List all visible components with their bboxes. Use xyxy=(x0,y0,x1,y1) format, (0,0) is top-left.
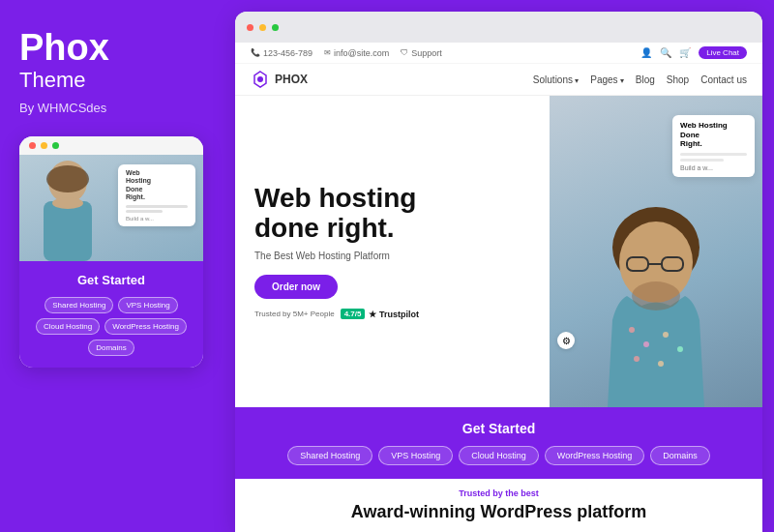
hero-title-line2: done right. xyxy=(254,213,395,243)
bottom-section: Trusted by the best Award-winning WordPr… xyxy=(235,479,762,532)
gs-tag-domains[interactable]: Domains xyxy=(650,446,710,465)
hero-left: Web hosting done right. The Best Web Hos… xyxy=(235,96,550,407)
site-topbar: 📞 123-456-789 ✉ info@site.com 🛡 Support … xyxy=(235,43,762,64)
phone-item: 📞 123-456-789 xyxy=(251,48,313,58)
mockup-card-title: WebHostingDoneRight. xyxy=(126,169,188,202)
tag-domains[interactable]: Domains xyxy=(88,340,134,356)
nav-links: Solutions Pages Blog Shop Contact us xyxy=(533,74,747,85)
person-icon: 👤 xyxy=(640,47,652,58)
dot-red xyxy=(29,142,36,149)
site-nav: PHOX Solutions Pages Blog Shop Contact u… xyxy=(235,64,762,96)
tp-logo: ★ Trustpilot xyxy=(369,310,419,319)
nav-solutions[interactable]: Solutions xyxy=(533,74,579,85)
hero-subtitle: The Best Web Hosting Platform xyxy=(254,251,530,261)
shield-icon: 🛡 xyxy=(401,48,408,57)
mockup-tags-container: Shared Hosting VPS Hosting Cloud Hosting… xyxy=(33,297,190,356)
order-now-button[interactable]: Order now xyxy=(254,275,338,299)
hero-card-overlay: Web HostingDoneRight. Build a w... xyxy=(672,115,755,177)
svg-point-14 xyxy=(677,346,683,352)
phox-logo-icon xyxy=(251,70,270,89)
svg-point-3 xyxy=(52,197,83,209)
site-hero: Web hosting done right. The Best Web Hos… xyxy=(235,96,762,407)
dot-green xyxy=(52,142,59,149)
gs-tag-wordpress[interactable]: WordPress Hosting xyxy=(545,446,644,465)
phone-icon: 📞 xyxy=(251,48,260,57)
trusted-text: Trusted by 5M+ People xyxy=(254,310,335,318)
hero-title: Web hosting done right. xyxy=(254,184,530,244)
hero-title-line1: Web hosting xyxy=(254,183,416,213)
brand-author: By WHMCSdes xyxy=(19,101,106,115)
mockup-gs-title: Get Started xyxy=(33,273,190,287)
hero-card-title: Web HostingDoneRight. xyxy=(680,121,747,149)
hero-card-line-1 xyxy=(680,153,747,156)
logo-area: PHOX xyxy=(251,70,308,89)
trustpilot-badge: 4.7/5 ★ Trustpilot xyxy=(341,309,419,319)
bottom-label: Trusted by the best xyxy=(254,488,743,498)
phone-number: 123-456-789 xyxy=(263,48,313,58)
mockup-hero-bg: WebHostingDoneRight. Build a w... xyxy=(19,155,203,261)
brand-subtitle: Theme xyxy=(19,68,85,93)
bottom-title: Award-winning WordPress platform xyxy=(254,502,743,522)
nav-blog[interactable]: Blog xyxy=(636,74,655,85)
hero-card-sub: Build a w... xyxy=(680,164,747,171)
mockup-get-started: Get Started Shared Hosting VPS Hosting C… xyxy=(19,261,203,368)
nav-pages[interactable]: Pages xyxy=(590,74,624,85)
svg-point-11 xyxy=(629,327,635,333)
mockup-card-line-2 xyxy=(126,210,163,213)
gear-icon[interactable]: ⚙ xyxy=(557,332,575,349)
support-label: Support xyxy=(411,48,442,58)
get-started-section: Get Started Shared Hosting VPS Hosting C… xyxy=(235,407,762,479)
svg-point-17 xyxy=(632,281,680,310)
svg-point-5 xyxy=(257,76,263,82)
mockup-content-card: WebHostingDoneRight. Build a w... xyxy=(118,164,195,226)
hero-image-bg: Web HostingDoneRight. Build a w... ⚙ xyxy=(550,96,762,407)
brand-title: Phox xyxy=(19,29,109,66)
search-icon[interactable]: 🔍 xyxy=(660,47,671,58)
email-item: ✉ info@site.com xyxy=(324,48,389,58)
mockup-topbar xyxy=(19,136,203,155)
support-item: 🛡 Support xyxy=(401,48,442,58)
nav-contact[interactable]: Contact us xyxy=(700,74,747,85)
tag-vps[interactable]: VPS Hosting xyxy=(118,297,177,313)
svg-point-16 xyxy=(658,361,664,367)
gs-tags-container: Shared Hosting VPS Hosting Cloud Hosting… xyxy=(254,446,743,465)
mockup-hero-section: WebHostingDoneRight. Build a w... xyxy=(19,155,203,261)
hero-person-svg xyxy=(550,194,762,407)
nav-shop[interactable]: Shop xyxy=(667,74,689,85)
mockup-person-svg xyxy=(24,155,111,261)
mockup-card-sub: Build a w... xyxy=(126,216,188,222)
email-address: info@site.com xyxy=(334,48,389,58)
tag-wordpress[interactable]: WordPress Hosting xyxy=(104,318,187,335)
email-icon: ✉ xyxy=(324,48,331,57)
desktop-mockup: 📞 123-456-789 ✉ info@site.com 🛡 Support … xyxy=(235,12,762,532)
dot-yellow xyxy=(41,142,47,149)
browser-dot-green xyxy=(272,24,279,31)
logo-text: PHOX xyxy=(275,73,308,86)
mobile-mockup: WebHostingDoneRight. Build a w... Get St… xyxy=(19,136,203,368)
topbar-left: 📞 123-456-789 ✉ info@site.com 🛡 Support xyxy=(251,48,442,58)
topbar-right: 👤 🔍 🛒 Live Chat xyxy=(640,46,747,59)
hero-right: Web HostingDoneRight. Build a w... ⚙ xyxy=(550,96,762,407)
browser-content: 📞 123-456-789 ✉ info@site.com 🛡 Support … xyxy=(235,43,762,532)
svg-point-12 xyxy=(643,341,649,347)
gs-tag-cloud[interactable]: Cloud Hosting xyxy=(459,446,539,465)
browser-dot-red xyxy=(247,24,253,31)
gs-tag-shared[interactable]: Shared Hosting xyxy=(287,446,372,465)
browser-topbar xyxy=(235,12,762,43)
svg-point-1 xyxy=(46,165,89,192)
gs-tag-vps[interactable]: VPS Hosting xyxy=(378,446,453,465)
svg-point-13 xyxy=(663,332,669,338)
trusted-row: Trusted by 5M+ People 4.7/5 ★ Trustpilot xyxy=(254,309,530,319)
cart-icon[interactable]: 🛒 xyxy=(679,47,691,58)
browser-dot-yellow xyxy=(259,24,266,31)
svg-rect-2 xyxy=(44,201,92,261)
mockup-card-line-1 xyxy=(126,205,188,208)
tag-cloud[interactable]: Cloud Hosting xyxy=(36,318,100,335)
live-chat-button[interactable]: Live Chat xyxy=(699,46,747,59)
hero-card-line-2 xyxy=(680,159,724,162)
tag-shared[interactable]: Shared Hosting xyxy=(45,297,113,313)
gs-title: Get Started xyxy=(254,421,743,436)
left-panel: Phox Theme By WHMCSdes WebHostingDoneRig xyxy=(0,0,227,532)
tp-score: 4.7/5 xyxy=(341,309,366,319)
svg-point-15 xyxy=(634,356,640,362)
